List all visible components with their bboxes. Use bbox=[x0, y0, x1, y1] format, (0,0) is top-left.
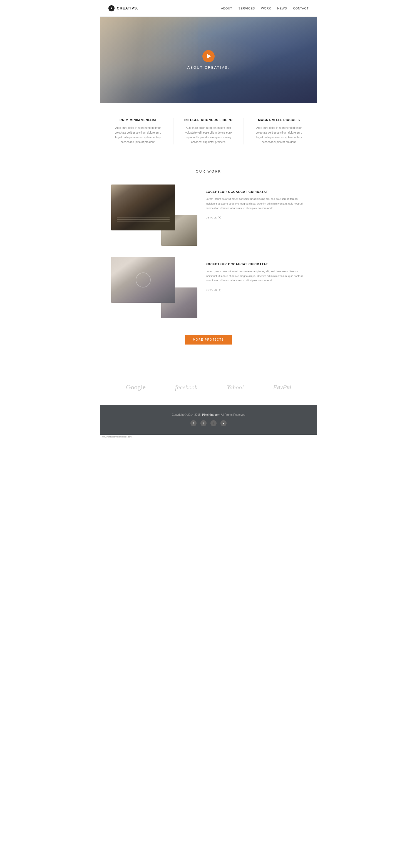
work-item-desc-1: Lorem ipsum dolor sit amet, consectetur … bbox=[206, 197, 306, 211]
more-projects-button[interactable]: MORE PROJECTS bbox=[185, 335, 232, 344]
play-button[interactable] bbox=[202, 50, 215, 62]
feature-text-3: Aute irure dolor in reprehenderit intor … bbox=[252, 125, 306, 145]
social-twitter-icon[interactable]: t bbox=[201, 420, 207, 426]
nav-news[interactable]: News bbox=[277, 7, 287, 10]
our-work-title: OUR WORK bbox=[111, 169, 306, 174]
watermark: www.heritagechristiancollege.com bbox=[100, 435, 317, 439]
hero-person-decoration bbox=[100, 17, 198, 103]
logo-text: CREATIVS. bbox=[117, 6, 138, 10]
logos-section: Google facebook Yahoo! PayPal bbox=[100, 372, 317, 405]
work-item-title-1: EXCEPTEUR OCCAECAT CUPIDATAT bbox=[206, 190, 306, 193]
work-item-1: EXCEPTEUR OCCAECAT CUPIDATAT Lorem ipsum… bbox=[111, 185, 306, 246]
nav-contact[interactable]: Contact bbox=[293, 7, 309, 10]
feature-text-2: Aute irure dolor in reprehenderit intor … bbox=[182, 125, 236, 145]
footer-copyright: Copyright © 2014-2015, Pixelhint.com All… bbox=[111, 413, 306, 416]
feature-title-2: INTEGER RHONCUS LIBERO bbox=[182, 118, 236, 122]
work-img-main-1 bbox=[111, 185, 175, 230]
hero-content: ABOUT CREATIVS. bbox=[187, 50, 230, 69]
logo-icon bbox=[108, 5, 114, 11]
feature-item-3: MAGNA VITAE DIACULIS Aute irure dolor in… bbox=[252, 118, 306, 145]
work-info-2: EXCEPTEUR OCCAECAT CUPIDATAT Lorem ipsum… bbox=[197, 257, 306, 292]
work-img-main-2 bbox=[111, 257, 175, 303]
social-gplus-icon[interactable]: g bbox=[210, 420, 216, 426]
brand-yahoo: Yahoo! bbox=[227, 384, 244, 391]
work-item-desc-2: Lorem ipsum dolor sit amet, consectetur … bbox=[206, 269, 306, 283]
site-footer: Copyright © 2014-2015, Pixelhint.com All… bbox=[100, 405, 317, 435]
work-images-1 bbox=[111, 185, 197, 246]
nav-services[interactable]: Services bbox=[238, 7, 255, 10]
features-section: RNIM MINIM VENIAISI Aute irure dolor in … bbox=[100, 103, 317, 158]
details-link-2[interactable]: DETAILS (+) bbox=[206, 288, 221, 291]
feature-title-1: RNIM MINIM VENIAISI bbox=[111, 118, 165, 122]
nav-about[interactable]: About bbox=[221, 7, 232, 10]
brand-paypal: PayPal bbox=[273, 384, 291, 391]
site-header: CREATIVS. About Services Work News Conta… bbox=[100, 0, 317, 17]
hero-section: ABOUT CREATIVS. bbox=[100, 17, 317, 103]
social-facebook-icon[interactable]: f bbox=[190, 420, 197, 426]
footer-social: f t g ■ bbox=[111, 420, 306, 426]
feature-item-2: INTEGER RHONCUS LIBERO Aute irure dolor … bbox=[182, 118, 236, 145]
work-info-1: EXCEPTEUR OCCAECAT CUPIDATAT Lorem ipsum… bbox=[197, 185, 306, 220]
more-projects-wrapper: MORE PROJECTS bbox=[111, 329, 306, 359]
main-nav: About Services Work News Contact bbox=[221, 7, 309, 10]
work-images-2 bbox=[111, 257, 197, 318]
brand-facebook: facebook bbox=[175, 384, 197, 391]
details-link-1[interactable]: DETAILS (+) bbox=[206, 216, 221, 219]
nav-work[interactable]: Work bbox=[261, 7, 271, 10]
feature-title-3: MAGNA VITAE DIACULIS bbox=[252, 118, 306, 122]
feature-text-1: Aute irure dolor in reprehenderit intor … bbox=[111, 125, 165, 145]
feature-item-1: RNIM MINIM VENIAISI Aute irure dolor in … bbox=[111, 118, 165, 145]
brand-google: Google bbox=[126, 383, 146, 391]
our-work-section: OUR WORK EXCEPTEUR OCCAECAT CUPIDATAT Lo… bbox=[100, 158, 317, 372]
hero-title: ABOUT CREATIVS. bbox=[187, 66, 230, 69]
work-item-title-2: EXCEPTEUR OCCAECAT CUPIDATAT bbox=[206, 262, 306, 266]
logo[interactable]: CREATIVS. bbox=[108, 5, 138, 11]
social-rss-icon[interactable]: ■ bbox=[220, 420, 227, 426]
work-item-2: EXCEPTEUR OCCAECAT CUPIDATAT Lorem ipsum… bbox=[111, 257, 306, 318]
